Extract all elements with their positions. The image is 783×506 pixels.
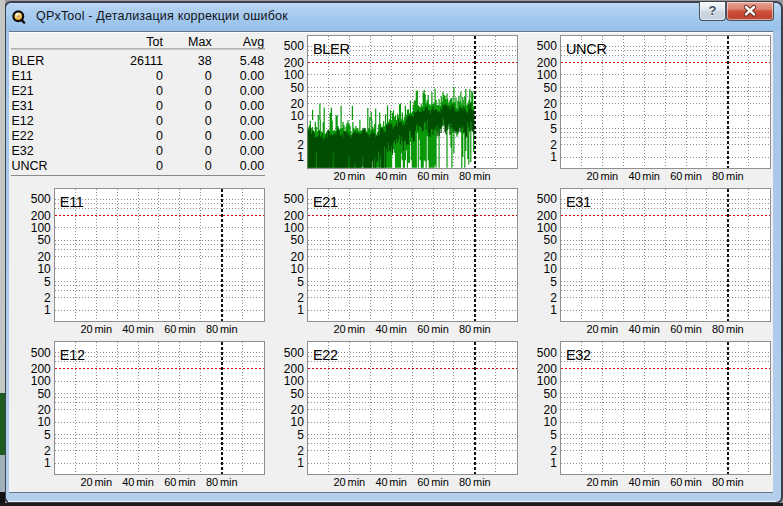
svg-text:1: 1 (297, 456, 304, 470)
svg-text:38: 38 (198, 54, 212, 68)
svg-text:500: 500 (284, 39, 304, 53)
svg-text:500: 500 (537, 39, 557, 53)
svg-text:50: 50 (544, 233, 558, 247)
svg-text:500: 500 (31, 346, 51, 360)
svg-text:0: 0 (156, 144, 163, 158)
svg-text:0.00: 0.00 (240, 159, 264, 173)
svg-text:80 min: 80 min (712, 170, 743, 182)
svg-text:60 min: 60 min (164, 323, 195, 335)
svg-text:5: 5 (297, 428, 304, 442)
svg-text:1: 1 (550, 456, 557, 470)
svg-text:E11: E11 (12, 69, 33, 83)
svg-text:0: 0 (205, 144, 212, 158)
svg-text:BLER: BLER (313, 41, 350, 57)
svg-text:60 min: 60 min (670, 476, 701, 488)
svg-text:1: 1 (297, 303, 304, 317)
svg-text:20 min: 20 min (587, 476, 618, 488)
svg-text:40 min: 40 min (375, 170, 406, 182)
svg-text:50: 50 (544, 387, 558, 401)
svg-text:Tot: Tot (146, 35, 163, 49)
svg-text:Avg: Avg (243, 35, 264, 49)
svg-text:E21: E21 (12, 84, 34, 98)
svg-text:500: 500 (537, 192, 557, 206)
svg-text:1: 1 (550, 303, 557, 317)
svg-text:80 min: 80 min (459, 170, 490, 182)
svg-text:50: 50 (291, 387, 305, 401)
svg-text:5: 5 (44, 428, 51, 442)
svg-text:5.48: 5.48 (240, 54, 264, 68)
svg-text:20 min: 20 min (587, 323, 618, 335)
svg-text:80 min: 80 min (712, 476, 743, 488)
svg-text:1: 1 (550, 150, 557, 164)
svg-text:E12: E12 (60, 347, 85, 363)
svg-text:0.00: 0.00 (240, 144, 264, 158)
svg-text:0: 0 (205, 129, 212, 143)
svg-text:E31: E31 (566, 194, 591, 210)
svg-text:5: 5 (297, 275, 304, 289)
svg-text:5: 5 (44, 275, 51, 289)
svg-text:UNCR: UNCR (566, 41, 607, 57)
svg-text:80 min: 80 min (206, 476, 237, 488)
svg-text:80 min: 80 min (459, 476, 490, 488)
svg-text:5: 5 (297, 122, 304, 136)
svg-text:E22: E22 (12, 129, 34, 143)
svg-text:E12: E12 (12, 114, 34, 128)
svg-text:0: 0 (156, 69, 163, 83)
svg-text:60 min: 60 min (417, 476, 448, 488)
svg-text:0.00: 0.00 (240, 99, 264, 113)
svg-text:1: 1 (44, 303, 51, 317)
svg-text:50: 50 (37, 387, 51, 401)
svg-text:20 min: 20 min (80, 476, 111, 488)
svg-text:0: 0 (156, 159, 163, 173)
svg-text:40 min: 40 min (375, 323, 406, 335)
svg-text:500: 500 (31, 192, 51, 206)
svg-text:0: 0 (156, 99, 163, 113)
svg-text:0: 0 (205, 69, 212, 83)
svg-text:0: 0 (205, 159, 212, 173)
svg-text:60 min: 60 min (417, 170, 448, 182)
svg-text:500: 500 (284, 346, 304, 360)
svg-text:E32: E32 (12, 144, 34, 158)
svg-text:20 min: 20 min (334, 170, 365, 182)
svg-text:80 min: 80 min (712, 323, 743, 335)
svg-text:50: 50 (291, 81, 305, 95)
svg-text:50: 50 (291, 233, 305, 247)
svg-text:0: 0 (156, 84, 163, 98)
svg-text:500: 500 (284, 192, 304, 206)
svg-text:40 min: 40 min (122, 476, 153, 488)
svg-text:40 min: 40 min (628, 476, 659, 488)
svg-text:60 min: 60 min (417, 323, 448, 335)
svg-text:1: 1 (297, 150, 304, 164)
svg-text:E32: E32 (566, 347, 591, 363)
svg-text:26111: 26111 (130, 54, 163, 68)
svg-text:20 min: 20 min (80, 323, 111, 335)
svg-text:20 min: 20 min (334, 476, 365, 488)
svg-text:0.00: 0.00 (240, 84, 264, 98)
svg-text:0.00: 0.00 (240, 69, 264, 83)
svg-text:5: 5 (550, 122, 557, 136)
svg-text:5: 5 (550, 428, 557, 442)
svg-text:0.00: 0.00 (240, 114, 264, 128)
svg-text:0: 0 (156, 129, 163, 143)
svg-text:60 min: 60 min (670, 170, 701, 182)
svg-text:E31: E31 (12, 99, 34, 113)
svg-text:20 min: 20 min (334, 323, 365, 335)
svg-text:50: 50 (544, 81, 558, 95)
svg-text:UNCR: UNCR (12, 159, 48, 173)
svg-text:E21: E21 (313, 194, 338, 210)
svg-text:0.00: 0.00 (240, 129, 264, 143)
svg-text:40 min: 40 min (122, 323, 153, 335)
svg-text:80 min: 80 min (459, 323, 490, 335)
svg-text:0: 0 (205, 84, 212, 98)
svg-text:1: 1 (44, 456, 51, 470)
svg-text:BLER: BLER (12, 54, 45, 68)
svg-text:E22: E22 (313, 347, 338, 363)
svg-text:40 min: 40 min (628, 323, 659, 335)
svg-text:0: 0 (156, 114, 163, 128)
svg-text:5: 5 (550, 275, 557, 289)
svg-text:20 min: 20 min (587, 170, 618, 182)
svg-text:500: 500 (537, 346, 557, 360)
svg-text:80 min: 80 min (206, 323, 237, 335)
svg-text:40 min: 40 min (375, 476, 406, 488)
svg-text:50: 50 (37, 233, 51, 247)
